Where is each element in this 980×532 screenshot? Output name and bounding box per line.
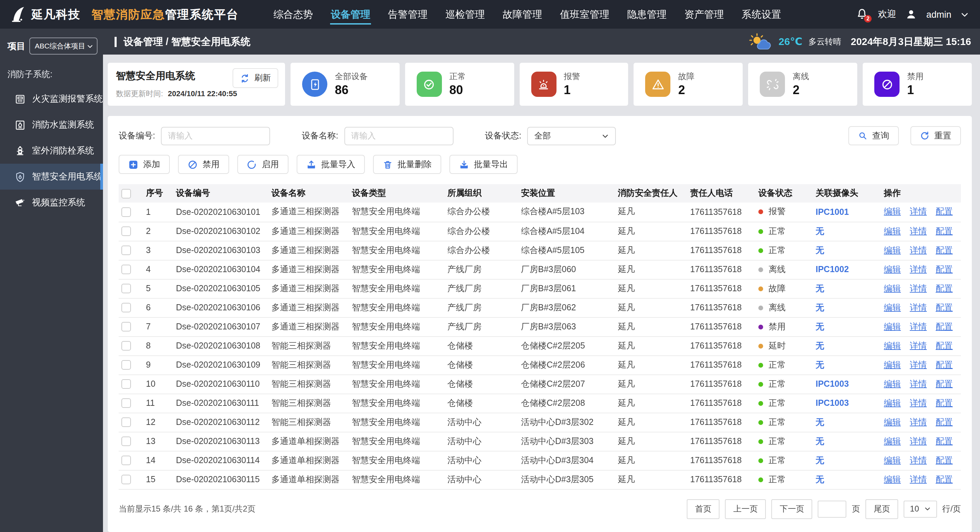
topnav-item[interactable]: 故障管理 bbox=[494, 0, 551, 29]
batch-import-button[interactable]: 批量导入 bbox=[297, 155, 365, 174]
row-checkbox[interactable] bbox=[121, 246, 131, 255]
camera-link[interactable]: 无 bbox=[816, 322, 824, 331]
edit-link[interactable]: 编辑 bbox=[884, 207, 901, 217]
row-checkbox[interactable] bbox=[121, 360, 131, 370]
detail-link[interactable]: 详情 bbox=[910, 284, 927, 293]
detail-link[interactable]: 详情 bbox=[910, 417, 927, 427]
camera-link[interactable]: 无 bbox=[816, 360, 824, 370]
enable-button[interactable]: 启用 bbox=[237, 155, 288, 174]
row-checkbox[interactable] bbox=[121, 418, 131, 427]
topnav-item[interactable]: 值班室管理 bbox=[551, 0, 618, 29]
refresh-button[interactable]: 刷新 bbox=[232, 68, 278, 88]
edit-link[interactable]: 编辑 bbox=[884, 322, 901, 331]
camera-link[interactable]: 无 bbox=[816, 245, 824, 255]
camera-link[interactable]: 无 bbox=[816, 455, 824, 465]
row-checkbox[interactable] bbox=[121, 227, 131, 236]
batch-export-button[interactable]: 批量导出 bbox=[449, 155, 518, 174]
row-checkbox[interactable] bbox=[121, 322, 131, 332]
row-checkbox[interactable] bbox=[121, 437, 131, 446]
row-checkbox[interactable] bbox=[121, 341, 131, 351]
camera-link[interactable]: 无 bbox=[816, 475, 824, 484]
config-link[interactable]: 配置 bbox=[935, 398, 953, 408]
detail-link[interactable]: 详情 bbox=[910, 360, 927, 370]
detail-link[interactable]: 详情 bbox=[910, 398, 927, 408]
camera-link[interactable]: 无 bbox=[816, 303, 824, 312]
detail-link[interactable]: 详情 bbox=[910, 264, 927, 274]
last-page-button[interactable]: 尾页 bbox=[866, 499, 899, 519]
edit-link[interactable]: 编辑 bbox=[884, 417, 901, 427]
camera-link[interactable]: 无 bbox=[816, 417, 824, 427]
row-checkbox[interactable] bbox=[121, 207, 131, 217]
config-link[interactable]: 配置 bbox=[935, 303, 953, 312]
reset-button[interactable]: 重置 bbox=[910, 126, 961, 145]
notification-bell-icon[interactable]: 2 bbox=[855, 8, 869, 21]
select-all-checkbox[interactable] bbox=[121, 189, 131, 199]
row-checkbox[interactable] bbox=[121, 456, 131, 465]
detail-link[interactable]: 详情 bbox=[910, 245, 927, 255]
topnav-item[interactable]: 告警管理 bbox=[379, 0, 436, 29]
config-link[interactable]: 配置 bbox=[935, 417, 953, 427]
config-link[interactable]: 配置 bbox=[935, 341, 953, 350]
detail-link[interactable]: 详情 bbox=[910, 207, 927, 217]
edit-link[interactable]: 编辑 bbox=[884, 475, 901, 484]
user-avatar-icon[interactable] bbox=[905, 8, 917, 21]
add-button[interactable]: 添加 bbox=[119, 155, 170, 174]
camera-link[interactable]: IPC1003 bbox=[816, 379, 849, 389]
topnav-item[interactable]: 综合态势 bbox=[265, 0, 322, 29]
sidebar-item-video-monitor[interactable]: 视频监控系统 bbox=[0, 190, 103, 215]
row-checkbox[interactable] bbox=[121, 379, 131, 389]
row-checkbox[interactable] bbox=[121, 303, 131, 313]
detail-link[interactable]: 详情 bbox=[910, 226, 927, 236]
detail-link[interactable]: 详情 bbox=[910, 303, 927, 312]
config-link[interactable]: 配置 bbox=[935, 379, 953, 389]
row-checkbox[interactable] bbox=[121, 265, 131, 274]
config-link[interactable]: 配置 bbox=[935, 360, 953, 370]
config-link[interactable]: 配置 bbox=[935, 207, 953, 217]
next-page-button[interactable]: 下一页 bbox=[772, 499, 813, 519]
edit-link[interactable]: 编辑 bbox=[884, 341, 901, 350]
detail-link[interactable]: 详情 bbox=[910, 322, 927, 331]
camera-link[interactable]: 无 bbox=[816, 284, 824, 293]
edit-link[interactable]: 编辑 bbox=[884, 303, 901, 312]
detail-link[interactable]: 详情 bbox=[910, 341, 927, 350]
username[interactable]: admin bbox=[926, 9, 951, 19]
topnav-item[interactable]: 系统设置 bbox=[733, 0, 790, 29]
user-menu-chevron-icon[interactable] bbox=[960, 10, 969, 19]
config-link[interactable]: 配置 bbox=[935, 436, 953, 446]
camera-link[interactable]: 无 bbox=[816, 436, 824, 446]
device-status-select[interactable]: 全部 bbox=[528, 126, 616, 145]
detail-link[interactable]: 详情 bbox=[910, 455, 927, 465]
sidebar-item-hydrant[interactable]: 室外消防栓系统 bbox=[0, 138, 103, 164]
camera-link[interactable]: IPC1001 bbox=[816, 207, 849, 217]
config-link[interactable]: 配置 bbox=[935, 284, 953, 293]
sidebar-item-fire-alarm[interactable]: 火灾监测报警系统 bbox=[0, 86, 103, 112]
prev-page-button[interactable]: 上一页 bbox=[725, 499, 766, 519]
topnav-item[interactable]: 资产管理 bbox=[676, 0, 733, 29]
first-page-button[interactable]: 首页 bbox=[687, 499, 720, 519]
project-select[interactable]: ABC综合体项目 bbox=[29, 38, 97, 54]
edit-link[interactable]: 编辑 bbox=[884, 360, 901, 370]
row-checkbox[interactable] bbox=[121, 475, 131, 484]
camera-link[interactable]: 无 bbox=[816, 226, 824, 236]
device-no-input[interactable] bbox=[161, 126, 270, 145]
edit-link[interactable]: 编辑 bbox=[884, 398, 901, 408]
config-link[interactable]: 配置 bbox=[935, 455, 953, 465]
detail-link[interactable]: 详情 bbox=[910, 475, 927, 484]
camera-link[interactable]: 无 bbox=[816, 341, 824, 350]
topnav-item[interactable]: 隐患管理 bbox=[618, 0, 676, 29]
config-link[interactable]: 配置 bbox=[935, 264, 953, 274]
sidebar-item-fire-water[interactable]: 消防水监测系统 bbox=[0, 112, 103, 138]
edit-link[interactable]: 编辑 bbox=[884, 245, 901, 255]
detail-link[interactable]: 详情 bbox=[910, 436, 927, 446]
device-name-input[interactable] bbox=[344, 126, 453, 145]
batch-delete-button[interactable]: 批量删除 bbox=[373, 155, 441, 174]
edit-link[interactable]: 编辑 bbox=[884, 284, 901, 293]
topnav-item[interactable]: 设备管理 bbox=[322, 0, 379, 29]
page-size-select[interactable]: 10 bbox=[904, 500, 937, 517]
config-link[interactable]: 配置 bbox=[935, 226, 953, 236]
sidebar-item-electrical-safety[interactable]: 智慧安全用电系统 bbox=[0, 164, 103, 190]
edit-link[interactable]: 编辑 bbox=[884, 455, 901, 465]
row-checkbox[interactable] bbox=[121, 399, 131, 408]
edit-link[interactable]: 编辑 bbox=[884, 379, 901, 389]
edit-link[interactable]: 编辑 bbox=[884, 436, 901, 446]
